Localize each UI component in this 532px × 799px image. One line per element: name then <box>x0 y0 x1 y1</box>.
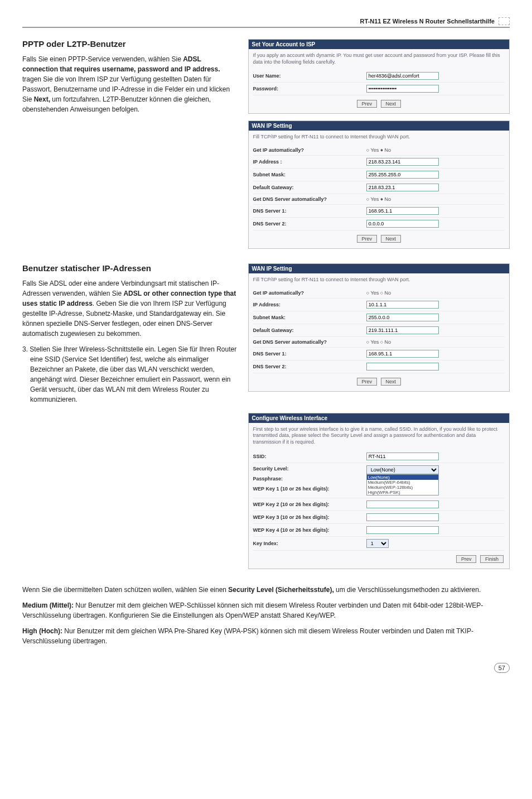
list-item-3: 3. Stellen Sie Ihrer Wireless-Schnittste… <box>30 344 237 405</box>
wan1-panel: WAN IP Setting Fill TCP/IP setting for R… <box>248 121 510 249</box>
wan1-dns1-input[interactable] <box>366 207 439 215</box>
sec-opt-high[interactable]: High(WPA-PSK) <box>367 490 438 495</box>
wan2-ipauto-radio[interactable]: ○ Yes ○ No <box>366 290 505 296</box>
password-label: Password: <box>253 86 366 92</box>
next-button[interactable]: Next <box>381 378 402 386</box>
wep3-input[interactable] <box>366 513 439 521</box>
wifi-desc: First step to set your wireless interfac… <box>253 426 505 446</box>
wan1-desc: Fill TCP/IP setting for RT-N11 to connec… <box>253 134 505 141</box>
section1-para: Falls Sie einen PPTP-Service verwenden, … <box>22 54 237 114</box>
wan2-dnsauto-label: Get DNS Server automatically? <box>253 339 366 345</box>
wep1-label: WEP Key 1 (10 or 26 hex digits): <box>253 486 366 492</box>
isp-panel: Set Your Account to ISP If you apply an … <box>248 39 510 114</box>
finish-button[interactable]: Finish <box>480 555 504 563</box>
wan2-title: WAN IP Setting <box>249 264 509 273</box>
wep4-input[interactable] <box>366 526 439 534</box>
wan2-dnsauto-radio[interactable]: ○ Yes ○ No <box>366 339 505 345</box>
sec-opt-medium64[interactable]: Medium(WEP-64bits) <box>367 480 438 485</box>
wan1-title: WAN IP Setting <box>249 121 509 131</box>
wan1-gw-label: Default Gateway: <box>253 185 366 190</box>
router-icon <box>499 17 510 25</box>
wan1-ipauto-label: Get IP automatically? <box>253 147 366 153</box>
wan2-gw-label: Default Gateway: <box>253 328 366 333</box>
wan2-gw-input[interactable] <box>366 326 439 334</box>
sec-level-select[interactable]: Low(None) <box>366 465 439 474</box>
key-index-select[interactable]: 1 <box>366 539 389 548</box>
bottom-p3: High (Hoch): Nur Benutzer mit dem gleich… <box>22 626 510 646</box>
wan2-ip-input[interactable] <box>366 301 439 309</box>
wan2-mask-input[interactable] <box>366 314 439 321</box>
ssid-label: SSID: <box>253 454 366 459</box>
wep2-label: WEP Key 2 (10 or 26 hex digits): <box>253 502 366 507</box>
wan2-dns2-label: DNS Server 2: <box>253 364 366 369</box>
wan2-dns2-input[interactable] <box>366 363 439 370</box>
wan1-mask-label: Subnet Mask: <box>253 172 366 177</box>
wifi-title: Configure Wireless Interface <box>249 413 509 423</box>
section2-heading: Benutzer statischer IP-Adressen <box>22 263 237 273</box>
wan1-dns2-input[interactable] <box>366 220 439 228</box>
next-button[interactable]: Next <box>381 235 402 243</box>
ssid-input[interactable] <box>366 453 439 460</box>
key-index-label: Key Index: <box>253 541 366 546</box>
user-name-input[interactable] <box>366 72 439 80</box>
wan1-gw-input[interactable] <box>366 184 439 191</box>
section1-heading: PPTP oder L2TP-Benutzer <box>22 39 237 49</box>
header-title: RT-N11 EZ Wireless N Router Schnellstart… <box>360 18 495 25</box>
wan2-panel: WAN IP Setting Fill TCP/IP setting for R… <box>248 263 510 392</box>
wan2-ipauto-label: Get IP automatically? <box>253 290 366 296</box>
isp-panel-title: Set Your Account to ISP <box>249 40 509 49</box>
prev-button[interactable]: Prev <box>357 378 378 386</box>
prev-button[interactable]: Prev <box>456 555 477 563</box>
wan2-mask-label: Subnet Mask: <box>253 315 366 320</box>
bottom-p2: Medium (Mittel): Nur Benutzer mit dem gl… <box>22 600 510 620</box>
wan1-dns2-label: DNS Server 2: <box>253 221 366 227</box>
wan2-ip-label: IP Address: <box>253 302 366 307</box>
wan1-ip-label: IP Address : <box>253 159 366 165</box>
wan1-dnsauto-radio[interactable]: ○ Yes ● No <box>366 196 505 202</box>
wan2-desc: Fill TCP/IP setting for RT-N11 to connec… <box>253 277 505 283</box>
page-header: RT-N11 EZ Wireless N Router Schnellstart… <box>22 17 510 28</box>
isp-panel-desc: If you apply an account with dynamic IP.… <box>253 52 505 65</box>
sec-opt-medium128[interactable]: Medium(WEP-128bits) <box>367 485 438 490</box>
wep4-label: WEP Key 4 (10 or 26 hex digits): <box>253 527 366 533</box>
sec-opt-low[interactable]: Low(None) <box>367 475 438 480</box>
bottom-p1: Wenn Sie die übermittelten Daten schütze… <box>22 585 510 595</box>
wan1-mask-input[interactable] <box>366 171 439 179</box>
wan1-ipauto-radio[interactable]: ○ Yes ● No <box>366 147 505 153</box>
password-input[interactable] <box>366 85 439 93</box>
prev-button[interactable]: Prev <box>357 100 378 108</box>
wan2-dns1-label: DNS Server 1: <box>253 351 366 357</box>
prev-button[interactable]: Prev <box>357 235 378 243</box>
wan1-dnsauto-label: Get DNS Server automatically? <box>253 196 366 202</box>
wifi-panel: Configure Wireless Interface First step … <box>248 413 510 569</box>
sec-level-label: Security Level: <box>253 466 366 471</box>
section2-para: Falls Sie ADSL oder eine andere Verbindu… <box>22 278 237 339</box>
wan2-dns1-input[interactable] <box>366 350 439 358</box>
page-number: 57 <box>22 663 510 673</box>
user-name-label: User Name: <box>253 73 366 79</box>
sec-level-dropdown[interactable]: Low(None) Medium(WEP-64bits) Medium(WEP-… <box>366 474 439 495</box>
passphrase-label: Passphrase: <box>253 476 366 482</box>
wep3-label: WEP Key 3 (10 or 26 hex digits): <box>253 514 366 520</box>
wan1-ip-input[interactable] <box>366 158 439 166</box>
wan1-dns1-label: DNS Server 1: <box>253 208 366 214</box>
wep2-input[interactable] <box>366 500 439 508</box>
next-button[interactable]: Next <box>381 100 402 108</box>
